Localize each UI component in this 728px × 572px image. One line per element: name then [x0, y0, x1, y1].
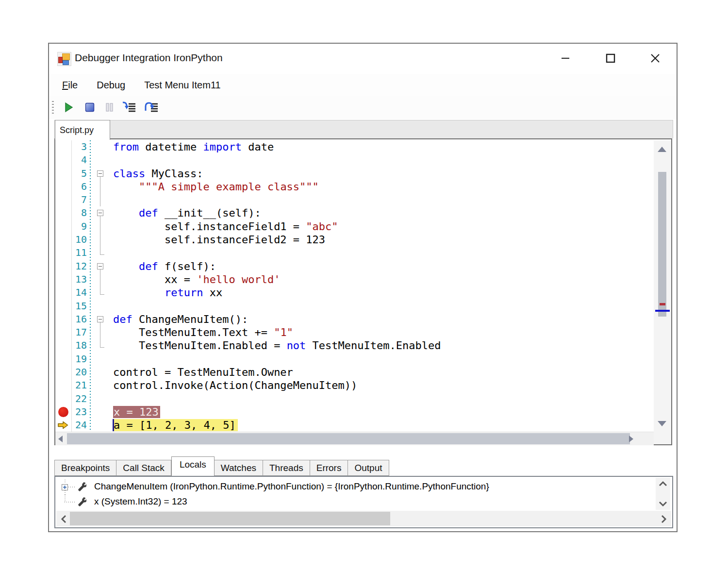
maximize-button[interactable] — [599, 50, 622, 67]
code-line-12[interactable]: 12 def f(self): — [55, 260, 653, 273]
fold-margin[interactable] — [90, 405, 113, 419]
breakpoint-margin[interactable] — [55, 260, 72, 273]
fold-margin[interactable] — [90, 206, 113, 219]
scroll-left-chevron[interactable] — [60, 515, 67, 523]
fold-collapse-icon[interactable] — [97, 263, 103, 269]
breakpoint-margin[interactable] — [55, 313, 72, 326]
fold-margin[interactable] — [90, 286, 113, 299]
scroll-down-arrow[interactable] — [658, 421, 666, 426]
run-button[interactable] — [62, 101, 75, 114]
breakpoint-dot-icon[interactable] — [58, 407, 68, 417]
step-over-button[interactable] — [144, 101, 158, 114]
code-line-5[interactable]: 5class MyClass: — [55, 167, 653, 180]
code-line-13[interactable]: 13 xx = 'hello world' — [55, 273, 653, 286]
breakpoint-margin[interactable] — [55, 153, 72, 167]
stop-button[interactable] — [83, 101, 97, 114]
locals-horizontal-scrollbar[interactable] — [56, 511, 671, 526]
code-line-20[interactable]: 20control = TestMenuItem.Owner — [55, 366, 653, 379]
title-bar[interactable]: Debugger Integration IronPython — [49, 44, 677, 74]
scroll-down-chevron[interactable] — [658, 500, 668, 507]
breakpoint-margin[interactable] — [55, 273, 72, 286]
fold-margin[interactable] — [90, 326, 113, 339]
breakpoint-margin[interactable] — [55, 353, 72, 366]
fold-margin[interactable] — [90, 233, 113, 246]
code-line-15[interactable]: 15 — [55, 300, 653, 313]
editor-vertical-scrollbar[interactable] — [654, 140, 671, 444]
code-line-8[interactable]: 8 def __init__(self): — [55, 206, 653, 219]
tab-call-stack[interactable]: Call Stack — [116, 460, 171, 476]
breakpoint-margin[interactable] — [55, 326, 72, 339]
breakpoint-margin[interactable] — [55, 286, 72, 299]
fold-margin[interactable] — [90, 353, 113, 366]
breakpoint-margin[interactable] — [55, 339, 72, 352]
step-into-button[interactable] — [122, 101, 135, 114]
locals-vertical-scrollbar[interactable] — [656, 478, 670, 510]
menu-item-file[interactable]: File — [62, 80, 78, 91]
code-line-9[interactable]: 9 self.instanceField1 = "abc" — [55, 220, 653, 233]
menu-item-debug[interactable]: Debug — [97, 80, 125, 91]
vertical-scroll-thumb[interactable] — [658, 172, 666, 317]
breakpoint-margin[interactable] — [55, 140, 72, 153]
code-line-24[interactable]: 24a = [1, 2, 3, 4, 5] — [55, 419, 653, 432]
scroll-left-arrow[interactable] — [58, 436, 63, 442]
fold-margin[interactable] — [90, 366, 113, 379]
breakpoint-margin[interactable] — [55, 392, 72, 405]
horizontal-scroll-thumb[interactable] — [70, 512, 390, 525]
code-line-22[interactable]: 22 — [55, 392, 653, 405]
code-line-18[interactable]: 18 TestMenuItem.Enabled = not TestMenuIt… — [55, 339, 653, 352]
breakpoint-margin[interactable] — [55, 167, 72, 180]
scroll-right-chevron[interactable] — [661, 515, 667, 523]
breakpoint-margin[interactable] — [55, 405, 72, 419]
fold-margin[interactable] — [90, 273, 113, 286]
code-line-7[interactable]: 7 — [55, 193, 653, 206]
fold-margin[interactable] — [90, 313, 113, 326]
minimize-button[interactable] — [554, 50, 577, 67]
breakpoint-margin[interactable] — [55, 246, 72, 259]
close-button[interactable] — [644, 50, 666, 67]
breakpoint-margin[interactable] — [55, 193, 72, 206]
toolbar-grip[interactable] — [52, 101, 54, 115]
breakpoint-margin[interactable] — [55, 233, 72, 246]
code-line-10[interactable]: 10 self.instanceField2 = 123 — [55, 233, 653, 246]
breakpoint-margin[interactable] — [55, 180, 72, 193]
code-line-17[interactable]: 17 TestMenuItem.Text += "1" — [55, 326, 653, 339]
menu-item-test-menu-item11[interactable]: Test Menu Item11 — [144, 80, 220, 91]
fold-collapse-icon[interactable] — [97, 316, 103, 322]
breakpoint-margin[interactable] — [55, 300, 72, 313]
horizontal-scroll-thumb[interactable] — [67, 433, 630, 444]
scroll-right-arrow[interactable] — [629, 436, 633, 442]
scroll-up-chevron[interactable] — [658, 481, 668, 488]
code-line-14[interactable]: 14 return xx — [55, 286, 653, 299]
breakpoint-margin[interactable] — [55, 206, 72, 219]
fold-margin[interactable] — [90, 300, 113, 313]
fold-margin[interactable] — [90, 153, 113, 167]
code-line-3[interactable]: 3from datetime import date — [55, 140, 653, 153]
fold-margin[interactable] — [90, 246, 113, 259]
tab-watches[interactable]: Watches — [215, 460, 263, 476]
fold-collapse-icon[interactable] — [97, 170, 103, 177]
fold-margin[interactable] — [90, 392, 113, 405]
pause-button[interactable] — [102, 101, 116, 114]
code-line-19[interactable]: 19 — [55, 353, 653, 366]
fold-margin[interactable] — [90, 379, 113, 392]
tab-output[interactable]: Output — [348, 460, 389, 476]
scroll-up-arrow[interactable] — [658, 147, 666, 152]
editor-horizontal-scrollbar[interactable] — [55, 432, 654, 445]
code-editor[interactable]: 3from datetime import date45class MyClas… — [54, 138, 672, 445]
tab-locals[interactable]: Locals — [171, 456, 215, 476]
fold-margin[interactable] — [90, 180, 113, 193]
breakpoint-margin[interactable] — [55, 220, 72, 233]
breakpoint-margin[interactable] — [55, 379, 72, 392]
code-line-16[interactable]: 16def ChangeMenuItem(): — [55, 313, 653, 326]
fold-collapse-icon[interactable] — [97, 210, 103, 216]
fold-margin[interactable] — [90, 220, 113, 233]
fold-margin[interactable] — [90, 193, 113, 206]
code-line-6[interactable]: 6 """A simple example class""" — [55, 180, 653, 193]
tab-errors[interactable]: Errors — [310, 460, 348, 476]
locals-tree-item[interactable]: x (System.Int32) = 123 — [55, 495, 672, 510]
code-line-11[interactable]: 11 — [55, 246, 653, 259]
fold-margin[interactable] — [90, 167, 113, 180]
tab-breakpoints[interactable]: Breakpoints — [54, 460, 116, 476]
breakpoint-margin[interactable] — [55, 419, 72, 432]
fold-margin[interactable] — [90, 140, 113, 153]
